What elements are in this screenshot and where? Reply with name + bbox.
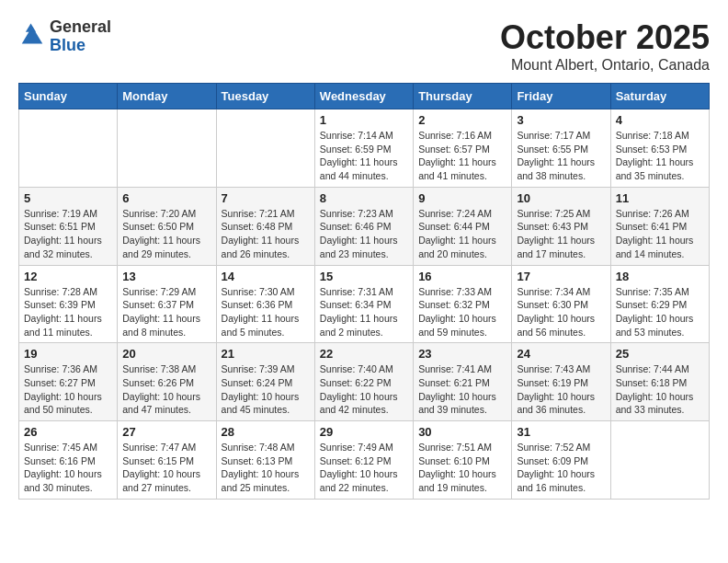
day-number: 13 [122,270,210,283]
day-cell: 13Sunrise: 7:29 AM Sunset: 6:37 PM Dayli… [118,265,216,343]
day-number: 1 [320,113,408,127]
day-cell: 27Sunrise: 7:47 AM Sunset: 6:15 PM Dayli… [118,421,216,500]
day-info: Sunrise: 7:23 AM Sunset: 6:46 PM Dayligh… [320,207,408,261]
day-number: 30 [418,425,506,439]
day-cell: 6Sunrise: 7:20 AM Sunset: 6:50 PM Daylig… [118,187,216,265]
day-info: Sunrise: 7:20 AM Sunset: 6:50 PM Dayligh… [122,207,210,261]
logo-general: General [50,18,111,37]
location: Mount Albert, Ontario, Canada [500,57,710,74]
day-number: 3 [517,113,605,127]
day-cell: 29Sunrise: 7:49 AM Sunset: 6:12 PM Dayli… [314,421,413,500]
weekday-header-tuesday: Tuesday [216,84,314,109]
day-number: 11 [616,191,704,205]
day-info: Sunrise: 7:36 AM Sunset: 6:27 PM Dayligh… [24,362,112,417]
day-number: 18 [616,270,704,283]
day-number: 22 [320,347,408,361]
day-cell [216,109,314,188]
title-block: October 2025 Mount Albert, Ontario, Cana… [500,18,710,74]
day-cell: 21Sunrise: 7:39 AM Sunset: 6:24 PM Dayli… [216,343,314,421]
day-info: Sunrise: 7:30 AM Sunset: 6:36 PM Dayligh… [222,285,310,339]
day-info: Sunrise: 7:33 AM Sunset: 6:32 PM Dayligh… [418,285,506,339]
day-number: 2 [418,113,506,127]
day-cell [118,109,216,188]
weekday-header-saturday: Saturday [610,84,709,109]
day-info: Sunrise: 7:51 AM Sunset: 6:10 PM Dayligh… [418,441,506,495]
day-cell: 31Sunrise: 7:52 AM Sunset: 6:09 PM Dayli… [512,421,610,500]
week-row-3: 12Sunrise: 7:28 AM Sunset: 6:39 PM Dayli… [19,265,710,343]
day-info: Sunrise: 7:35 AM Sunset: 6:29 PM Dayligh… [616,285,704,339]
day-info: Sunrise: 7:14 AM Sunset: 6:59 PM Dayligh… [320,129,408,183]
day-number: 23 [418,347,506,361]
day-info: Sunrise: 7:28 AM Sunset: 6:39 PM Dayligh… [24,285,112,339]
day-info: Sunrise: 7:29 AM Sunset: 6:37 PM Dayligh… [122,285,210,339]
day-number: 24 [517,347,605,361]
day-info: Sunrise: 7:26 AM Sunset: 6:41 PM Dayligh… [616,207,704,261]
week-row-2: 5Sunrise: 7:19 AM Sunset: 6:51 PM Daylig… [19,187,710,265]
day-cell: 25Sunrise: 7:44 AM Sunset: 6:18 PM Dayli… [610,343,709,421]
day-number: 10 [517,191,605,205]
day-info: Sunrise: 7:17 AM Sunset: 6:55 PM Dayligh… [517,129,605,183]
day-cell: 9Sunrise: 7:24 AM Sunset: 6:44 PM Daylig… [414,187,512,265]
day-cell: 5Sunrise: 7:19 AM Sunset: 6:51 PM Daylig… [19,187,118,265]
logo-icon [18,23,46,51]
day-number: 25 [616,347,704,361]
day-info: Sunrise: 7:38 AM Sunset: 6:26 PM Dayligh… [122,362,210,417]
month-title: October 2025 [500,18,710,57]
day-number: 7 [222,191,310,205]
weekday-header-thursday: Thursday [414,84,512,109]
day-number: 15 [320,270,408,283]
day-number: 5 [24,191,112,205]
weekday-header-friday: Friday [512,84,610,109]
day-info: Sunrise: 7:24 AM Sunset: 6:44 PM Dayligh… [418,207,506,261]
day-info: Sunrise: 7:48 AM Sunset: 6:13 PM Dayligh… [222,441,310,495]
day-info: Sunrise: 7:18 AM Sunset: 6:53 PM Dayligh… [616,129,704,183]
day-cell: 19Sunrise: 7:36 AM Sunset: 6:27 PM Dayli… [19,343,118,421]
day-cell: 15Sunrise: 7:31 AM Sunset: 6:34 PM Dayli… [314,265,413,343]
day-number: 8 [320,191,408,205]
week-row-4: 19Sunrise: 7:36 AM Sunset: 6:27 PM Dayli… [19,343,710,421]
day-info: Sunrise: 7:40 AM Sunset: 6:22 PM Dayligh… [320,362,408,417]
day-number: 29 [320,425,408,439]
day-cell: 14Sunrise: 7:30 AM Sunset: 6:36 PM Dayli… [216,265,314,343]
day-info: Sunrise: 7:49 AM Sunset: 6:12 PM Dayligh… [320,441,408,495]
day-number: 31 [517,425,605,439]
day-info: Sunrise: 7:19 AM Sunset: 6:51 PM Dayligh… [24,207,112,261]
day-number: 21 [222,347,310,361]
svg-marker-1 [26,23,36,31]
day-number: 26 [24,425,112,439]
day-cell: 11Sunrise: 7:26 AM Sunset: 6:41 PM Dayli… [610,187,709,265]
day-number: 27 [122,425,210,439]
day-cell: 16Sunrise: 7:33 AM Sunset: 6:32 PM Dayli… [414,265,512,343]
weekday-header-wednesday: Wednesday [314,84,413,109]
logo-text: General Blue [50,18,111,55]
day-cell: 30Sunrise: 7:51 AM Sunset: 6:10 PM Dayli… [414,421,512,500]
day-cell [19,109,118,188]
day-info: Sunrise: 7:47 AM Sunset: 6:15 PM Dayligh… [122,441,210,495]
day-info: Sunrise: 7:44 AM Sunset: 6:18 PM Dayligh… [616,362,704,417]
day-cell: 8Sunrise: 7:23 AM Sunset: 6:46 PM Daylig… [314,187,413,265]
day-number: 9 [418,191,506,205]
day-info: Sunrise: 7:39 AM Sunset: 6:24 PM Dayligh… [222,362,310,417]
day-number: 17 [517,270,605,283]
week-row-5: 26Sunrise: 7:45 AM Sunset: 6:16 PM Dayli… [19,421,710,500]
day-info: Sunrise: 7:52 AM Sunset: 6:09 PM Dayligh… [517,441,605,495]
day-cell: 17Sunrise: 7:34 AM Sunset: 6:30 PM Dayli… [512,265,610,343]
day-number: 20 [122,347,210,361]
day-cell: 24Sunrise: 7:43 AM Sunset: 6:19 PM Dayli… [512,343,610,421]
day-number: 16 [418,270,506,283]
day-info: Sunrise: 7:43 AM Sunset: 6:19 PM Dayligh… [517,362,605,417]
day-cell: 22Sunrise: 7:40 AM Sunset: 6:22 PM Dayli… [314,343,413,421]
day-info: Sunrise: 7:34 AM Sunset: 6:30 PM Dayligh… [517,285,605,339]
day-cell: 23Sunrise: 7:41 AM Sunset: 6:21 PM Dayli… [414,343,512,421]
logo: General Blue [18,18,111,55]
day-cell: 12Sunrise: 7:28 AM Sunset: 6:39 PM Dayli… [19,265,118,343]
day-cell [610,421,709,500]
day-info: Sunrise: 7:41 AM Sunset: 6:21 PM Dayligh… [418,362,506,417]
day-cell: 18Sunrise: 7:35 AM Sunset: 6:29 PM Dayli… [610,265,709,343]
day-cell: 28Sunrise: 7:48 AM Sunset: 6:13 PM Dayli… [216,421,314,500]
day-cell: 4Sunrise: 7:18 AM Sunset: 6:53 PM Daylig… [610,109,709,188]
day-number: 12 [24,270,112,283]
day-number: 28 [222,425,310,439]
day-number: 19 [24,347,112,361]
day-cell: 10Sunrise: 7:25 AM Sunset: 6:43 PM Dayli… [512,187,610,265]
